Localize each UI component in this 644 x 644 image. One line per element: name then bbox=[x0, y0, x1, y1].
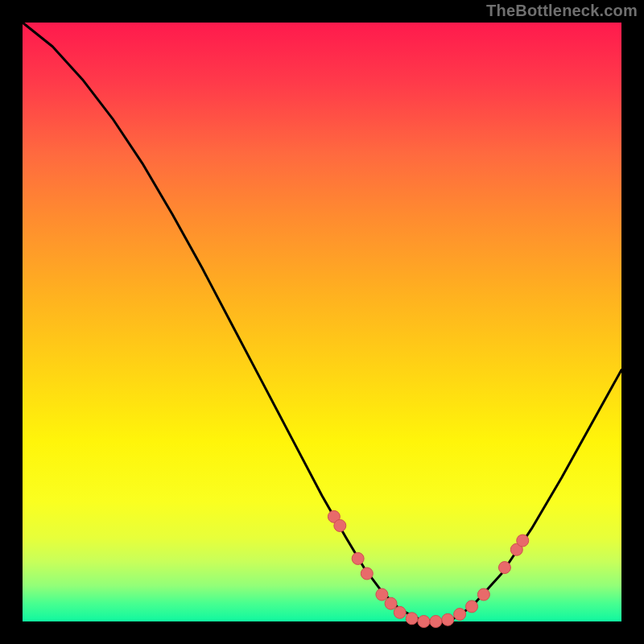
data-marker bbox=[466, 601, 478, 613]
data-marker bbox=[454, 609, 466, 621]
data-marker bbox=[430, 616, 442, 628]
data-marker bbox=[517, 535, 529, 547]
watermark-text: TheBottleneck.com bbox=[486, 2, 638, 20]
plot-svg bbox=[23, 23, 621, 621]
bottleneck-curve bbox=[23, 23, 621, 621]
data-marker bbox=[394, 606, 406, 618]
plot-area bbox=[23, 23, 621, 621]
chart-stage: TheBottleneck.com bbox=[0, 0, 644, 644]
data-marker bbox=[352, 552, 364, 564]
data-marker bbox=[477, 588, 489, 601]
data-marker bbox=[385, 597, 397, 609]
data-marker bbox=[334, 519, 346, 531]
data-marker bbox=[418, 616, 430, 628]
data-marker bbox=[498, 562, 510, 574]
data-marker bbox=[361, 568, 373, 580]
data-marker bbox=[442, 613, 454, 625]
data-marker bbox=[406, 613, 418, 625]
data-marker bbox=[376, 588, 388, 601]
